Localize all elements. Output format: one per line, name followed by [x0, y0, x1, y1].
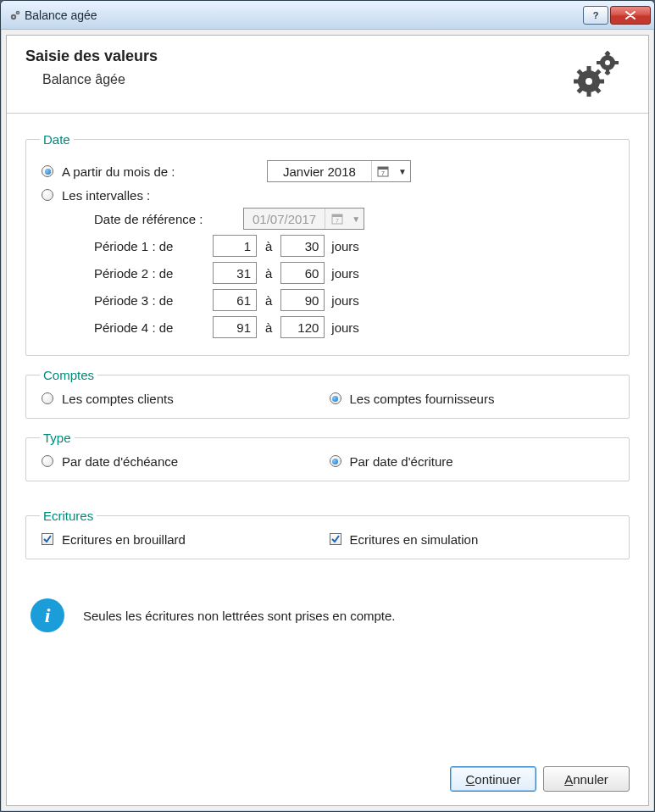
radio-accounts-clients[interactable] — [40, 391, 55, 406]
checkbox-entries-sim[interactable] — [328, 531, 343, 547]
close-button[interactable] — [610, 6, 651, 25]
period-3-to[interactable]: 90 — [280, 289, 325, 311]
period-1-to[interactable]: 30 — [280, 235, 325, 257]
label-intervals: Les intervalles : — [62, 188, 150, 203]
settings-gears-icon — [572, 47, 630, 101]
svg-rect-19 — [599, 80, 604, 84]
label-type-entry: Par date d'écriture — [350, 454, 453, 469]
svg-point-14 — [605, 60, 610, 65]
svg-rect-17 — [587, 92, 591, 97]
suffix-jours: jours — [331, 320, 359, 335]
sep-a: à — [265, 320, 272, 335]
svg-rect-9 — [614, 61, 619, 64]
reference-date-picker[interactable]: 01/07/2017 7 ▼ — [243, 208, 364, 230]
dialog-window: Balance agée ? Saisie des valeurs Balanc… — [0, 0, 655, 812]
legend-entries: Ecritures — [40, 509, 97, 523]
svg-point-1 — [13, 16, 14, 18]
info-text: Seules les écritures non lettrées sont p… — [83, 609, 396, 623]
svg-rect-8 — [597, 61, 601, 64]
info-row: i Seules les écritures non lettrées sont… — [25, 598, 630, 632]
fieldset-date: Date A partir du mois de : Janvier 2018 … — [25, 132, 630, 356]
divider — [7, 113, 648, 114]
titlebar: Balance agée ? — [1, 1, 654, 30]
period-4-to[interactable]: 120 — [280, 316, 325, 338]
legend-date: Date — [40, 132, 74, 147]
sep-a: à — [265, 293, 272, 308]
chevron-down-icon: ▼ — [348, 214, 364, 224]
label-accounts-clients: Les comptes clients — [62, 392, 174, 406]
continue-rest: ontinuer — [475, 772, 520, 787]
label-reference-date: Date de référence : — [94, 212, 243, 226]
info-icon: i — [31, 598, 64, 632]
svg-point-24 — [586, 78, 592, 85]
fieldset-type: Type Par date d'échéance Par date d'écri… — [25, 431, 630, 481]
legend-type: Type — [40, 431, 75, 445]
continue-mnemonic: C — [465, 772, 475, 787]
checkbox-entries-fog[interactable] — [40, 531, 55, 547]
label-entries-sim: Ecritures en simulation — [350, 532, 479, 547]
month-picker[interactable]: Janvier 2018 7 ▼ — [267, 160, 411, 182]
label-entries-fog: Ecritures en brouillard — [62, 532, 186, 547]
label-type-due: Par date d'échéance — [62, 454, 178, 469]
dialog-footer: Continuer Annuler — [25, 756, 630, 792]
svg-rect-18 — [574, 80, 579, 84]
sep-a: à — [265, 239, 272, 253]
label-period-1: Période 1 : de — [94, 239, 213, 253]
chevron-down-icon: ▼ — [395, 167, 410, 176]
svg-text:7: 7 — [336, 218, 339, 224]
suffix-jours: jours — [331, 266, 359, 281]
label-accounts-suppliers: Les comptes fournisseurs — [350, 392, 495, 406]
cancel-mnemonic: A — [564, 772, 573, 787]
cancel-button[interactable]: Annuler — [543, 766, 630, 792]
sep-a: à — [265, 266, 272, 281]
label-from-month: A partir du mois de : — [62, 164, 267, 179]
window-buttons: ? — [583, 6, 654, 25]
reference-date-value: 01/07/2017 — [244, 212, 325, 226]
calendar-icon: 7 — [371, 161, 395, 181]
svg-text:7: 7 — [381, 170, 385, 176]
period-4-from[interactable]: 91 — [213, 316, 257, 338]
cancel-rest: nnuler — [573, 772, 608, 787]
svg-rect-16 — [587, 66, 591, 71]
window-title: Balance agée — [25, 8, 583, 22]
dialog-body: Saisie des valeurs Balance âgée — [6, 35, 649, 806]
radio-type-entry[interactable] — [328, 453, 343, 469]
period-1-from[interactable]: 1 — [213, 235, 257, 257]
svg-point-3 — [17, 12, 18, 13]
legend-accounts: Comptes — [40, 368, 97, 382]
radio-type-due[interactable] — [40, 453, 55, 469]
period-3-from[interactable]: 61 — [213, 289, 257, 311]
radio-accounts-suppliers[interactable] — [328, 391, 343, 406]
svg-text:i: i — [45, 604, 51, 626]
radio-from-month[interactable] — [40, 164, 55, 179]
svg-text:?: ? — [593, 10, 599, 20]
fieldset-accounts: Comptes Les comptes clients Les comptes … — [25, 368, 630, 419]
period-2-to[interactable]: 60 — [280, 262, 325, 284]
continue-button[interactable]: Continuer — [450, 766, 536, 792]
suffix-jours: jours — [331, 239, 359, 253]
month-picker-value: Janvier 2018 — [268, 164, 371, 179]
label-period-3: Période 3 : de — [94, 293, 213, 308]
fieldset-entries: Ecritures Ecritures en brouillard Ecritu… — [25, 509, 630, 559]
period-2-from[interactable]: 31 — [213, 262, 257, 284]
page-title: Saisie des valeurs — [25, 47, 158, 65]
calendar-icon: 7 — [325, 209, 348, 229]
radio-intervals[interactable] — [40, 187, 55, 203]
suffix-jours: jours — [331, 293, 359, 308]
help-button[interactable]: ? — [583, 6, 608, 25]
label-period-2: Période 2 : de — [94, 266, 213, 281]
window-gear-icon — [6, 8, 25, 22]
page-subtitle: Balance âgée — [25, 72, 158, 87]
label-period-4: Période 4 : de — [94, 320, 213, 335]
